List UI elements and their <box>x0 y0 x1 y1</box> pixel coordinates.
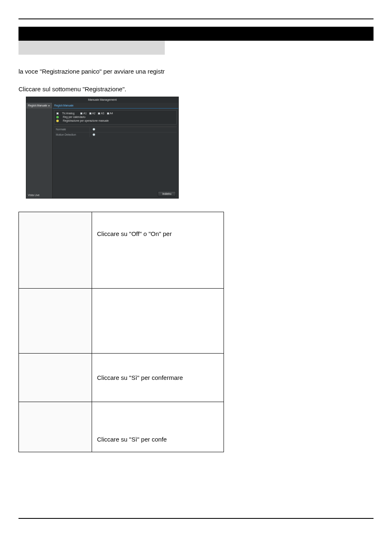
app-sidebar: Registr.Manuale ▸ Vista Live <box>26 103 53 198</box>
channel-row: Tlc Analog A1 A2 A3 A4 <box>56 112 175 115</box>
badge-green-icon <box>56 116 59 118</box>
app-titlebar: Manuale Management <box>26 97 178 103</box>
radio-icon[interactable] <box>92 128 95 131</box>
body-line-1: la voce "Registrazione panico" per avvia… <box>18 68 374 75</box>
checkbox-a4[interactable] <box>107 112 109 115</box>
table-row: Cliccare su "Sì" per confermare <box>19 354 224 402</box>
channel-a1[interactable]: A1 <box>80 112 86 115</box>
checkbox-a2[interactable] <box>89 112 92 115</box>
sidebar-item-vista-live[interactable]: Vista Live <box>26 192 52 198</box>
table-row: Motion Detection <box>54 132 177 137</box>
channel-a2[interactable]: A2 <box>89 112 95 115</box>
table-row: Normale <box>54 127 177 132</box>
cell-text: Cliccare su "Sì" per confe <box>92 402 224 452</box>
tab-registr-manuale[interactable]: Registr.Manuale <box>53 103 178 109</box>
table-row: Cliccare su "Off" o "On" per <box>19 212 224 289</box>
channel-a3[interactable]: A3 <box>98 112 104 115</box>
checkbox-a3[interactable] <box>98 112 100 115</box>
row-value-normale[interactable] <box>90 127 98 132</box>
bottom-rule <box>18 518 374 519</box>
panel-line-calendar: Reg per calendario <box>56 116 175 118</box>
body-line-2: Cliccare sul sottomenu "Registrazione". <box>18 86 374 92</box>
back-button[interactable]: Indietro <box>158 191 176 197</box>
cell-empty <box>19 354 92 402</box>
sidebar-item-registr-manuale[interactable]: Registr.Manuale ▸ <box>26 103 52 109</box>
cell-empty <box>19 402 92 452</box>
app-main: Registr.Manuale Tlc Analog A1 A2 A3 A4 <box>53 103 178 198</box>
cell-text <box>92 289 224 354</box>
sidebar-item-label: Registr.Manuale <box>28 104 47 107</box>
panel-line-manual: Registrazione per operazione manuale <box>56 119 175 122</box>
channel-a4[interactable]: A4 <box>107 112 113 115</box>
radio-icon[interactable] <box>92 133 95 136</box>
table-row <box>19 289 224 354</box>
channel-list: A1 A2 A3 A4 <box>80 112 113 115</box>
row-label-motion: Motion Detection <box>54 132 90 137</box>
top-rule <box>18 18 374 19</box>
checkbox-analog-all[interactable] <box>56 112 59 115</box>
app-body: Registr.Manuale ▸ Vista Live Registr.Man… <box>26 103 178 198</box>
panel-line3-text: Registrazione per operazione manuale <box>63 119 109 122</box>
cell-text: Cliccare su "Sì" per confermare <box>92 354 224 402</box>
badge-yellow-icon <box>56 120 59 122</box>
header-gray-bar <box>18 41 165 55</box>
checkbox-a1[interactable] <box>80 112 83 115</box>
cell-empty <box>19 289 92 354</box>
app-window: Manuale Management Registr.Manuale ▸ Vis… <box>26 97 179 199</box>
panel-line2-text: Reg per calendario <box>63 116 85 118</box>
row-label-normale: Normale <box>54 127 90 132</box>
table-row: Cliccare su "Sì" per confe <box>19 402 224 452</box>
channel-panel: Tlc Analog A1 A2 A3 A4 Reg per calendari… <box>54 110 177 125</box>
cell-text: Cliccare su "Off" o "On" per <box>92 212 224 289</box>
chevron-right-icon: ▸ <box>48 104 51 107</box>
header-black-bar <box>18 27 374 41</box>
panel-row-label: Tlc Analog <box>62 112 74 115</box>
app-footer: Indietro <box>158 191 176 197</box>
row-value-motion[interactable] <box>90 132 98 137</box>
cell-empty <box>19 212 92 289</box>
instruction-table: Cliccare su "Off" o "On" per Cliccare su… <box>18 212 224 452</box>
